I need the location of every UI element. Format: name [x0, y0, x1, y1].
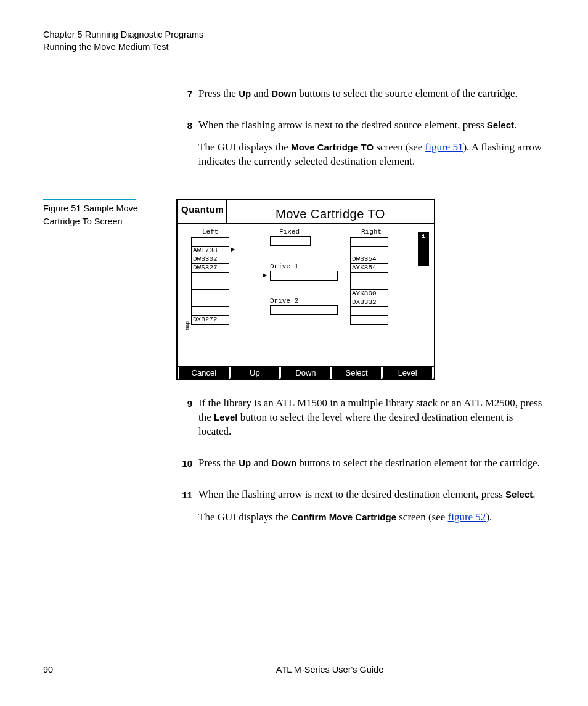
step-7: 7 Press the Up and Down buttons to selec… — [176, 87, 545, 110]
down-label: Down — [271, 88, 296, 99]
page-number: 90 — [43, 664, 176, 676]
fixed-slot — [270, 236, 311, 246]
right-column-header: Right — [361, 228, 382, 237]
slot-cell — [351, 247, 388, 255]
step-10: 10 Press the Up and Down buttons to sele… — [176, 456, 545, 479]
down-button[interactable]: Down — [281, 367, 332, 379]
gui-screenshot: Quantum Move Cartridge TO Left Fixed Rig… — [176, 199, 435, 380]
slot-cell: DWS354 — [351, 255, 388, 264]
drive-2-label: Drive 2 — [270, 297, 298, 306]
level-4 — [419, 257, 428, 265]
level-button-label: Level — [214, 412, 237, 422]
slot-cell — [192, 298, 229, 307]
level-button[interactable]: Level — [383, 367, 434, 379]
select-label: Select — [487, 120, 514, 130]
slot-cell: AYK854 — [351, 264, 388, 273]
step-9: 9 If the library is an ATL M1500 in a mu… — [176, 396, 545, 448]
slot-cell: DWS327 — [192, 264, 229, 273]
level-2 — [419, 241, 428, 249]
right-slots: DWS354AYK854AYK800DXB332 — [350, 237, 388, 325]
select-label: Select — [505, 489, 533, 499]
down-label: Down — [271, 458, 296, 468]
slot-cell: DWS302 — [192, 255, 229, 264]
confirm-move-label: Confirm Move Cartridge — [291, 512, 396, 522]
slot-cell — [351, 273, 388, 281]
slot-cell — [351, 316, 388, 324]
step-11-text: When the flashing arrow is next to the d… — [198, 488, 536, 502]
step-number: 11 — [176, 488, 192, 533]
step-number: 9 — [176, 396, 192, 448]
gui-button-bar: CancelUpDownSelectLevel — [178, 366, 434, 379]
footer-title: ATL M-Series User's Guide — [176, 664, 545, 676]
slot-cell — [351, 281, 388, 290]
up-button[interactable]: Up — [231, 367, 282, 379]
caption-rule — [43, 199, 136, 200]
step-10-text: Press the Up and Down buttons to select … — [198, 456, 540, 470]
slot-cell — [351, 307, 388, 316]
slot-cell — [351, 238, 388, 247]
figure-caption: Figure 51 Sample Move Cartridge To Scree… — [43, 199, 176, 380]
screen-title: Move Cartridge TO — [227, 200, 434, 223]
slot-cell — [192, 307, 229, 316]
move-cartridge-to-label: Move Cartridge TO — [291, 142, 374, 152]
up-label: Up — [239, 88, 251, 99]
arrow-icon: ▶ — [263, 272, 267, 279]
slot-cell — [192, 281, 229, 290]
level-1 — [419, 233, 428, 241]
step-8-text: When the flashing arrow is next to the d… — [198, 118, 545, 133]
page-footer: 90 ATL M-Series User's Guide — [43, 664, 545, 676]
step-number: 8 — [176, 118, 192, 178]
figure-51-link[interactable]: figure 51 — [425, 141, 463, 153]
map-label: map — [185, 321, 189, 330]
fixed-column-header: Fixed — [279, 228, 300, 237]
slot-cell: DXB272 — [192, 316, 229, 324]
slot-cell: DXB332 — [351, 298, 388, 307]
slot-cell: AYK800 — [351, 290, 388, 298]
cancel-button[interactable]: Cancel — [178, 367, 231, 379]
step-7-text: Press the Up and Down buttons to select … — [198, 87, 518, 101]
header-line-1: Chapter 5 Running Diagnostic Programs — [43, 28, 545, 41]
slot-cell — [192, 238, 229, 247]
level-indicator — [418, 232, 429, 266]
up-label: Up — [239, 458, 251, 468]
chapter-header: Chapter 5 Running Diagnostic Programs Ru… — [43, 28, 545, 54]
level-3 — [419, 249, 428, 257]
figure-52-link[interactable]: figure 52 — [448, 511, 486, 523]
step-number: 7 — [176, 87, 192, 110]
brand-label: Quantum — [178, 200, 227, 223]
header-line-2: Running the Move Medium Test — [43, 41, 545, 53]
left-slots: AWE738DWS302DWS327DXB272 — [191, 237, 229, 325]
drive-1-label: Drive 1 — [270, 262, 298, 271]
slot-cell — [192, 290, 229, 298]
step-8-para2: The GUI displays the Move Cartridge TO s… — [198, 141, 545, 169]
arrow-icon: ▶ — [231, 246, 235, 253]
step-number: 10 — [176, 456, 192, 479]
step-11-para2: The GUI displays the Confirm Move Cartri… — [198, 511, 536, 525]
select-button[interactable]: Select — [332, 367, 383, 379]
slot-cell — [192, 273, 229, 281]
step-9-text: If the library is an ATL M1500 in a mult… — [198, 396, 545, 439]
step-11: 11 When the flashing arrow is next to th… — [176, 488, 545, 533]
step-8: 8 When the flashing arrow is next to the… — [176, 118, 545, 178]
drive-2-slot — [270, 305, 338, 315]
left-column-header: Left — [202, 228, 218, 237]
drive-1-slot — [270, 271, 338, 281]
slot-cell: AWE738 — [192, 247, 229, 255]
